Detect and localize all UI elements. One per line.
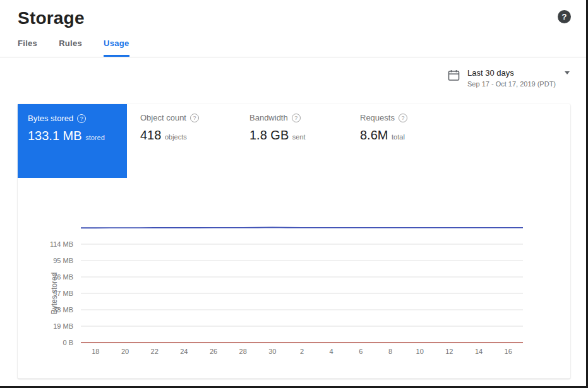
date-range-detail: Sep 17 - Oct 17, 2019 (PDT) xyxy=(467,80,570,88)
chart-line xyxy=(81,227,523,228)
metric-unit: stored xyxy=(85,134,105,141)
metric-value: 418 xyxy=(140,128,161,142)
help-outline-icon[interactable]: ? xyxy=(292,114,301,122)
x-tick-label: 22 xyxy=(151,348,159,355)
dropdown-caret-icon[interactable] xyxy=(565,71,570,74)
x-tick-label: 20 xyxy=(121,348,129,355)
storage-page: Storage ? Files Rules Usage Last 30 days… xyxy=(0,0,588,388)
x-tick-label: 2 xyxy=(300,348,304,355)
y-tick-label: 114 MB xyxy=(50,240,73,248)
x-tick-label: 12 xyxy=(445,348,453,355)
metric-card-bytes-stored[interactable]: Bytes stored ? 133.1 MB stored xyxy=(18,104,127,178)
x-tick-label: 28 xyxy=(239,348,247,355)
x-tick-label: 6 xyxy=(359,348,363,355)
metric-value: 133.1 MB xyxy=(28,129,82,143)
y-tick-label: 0 B xyxy=(63,339,73,346)
y-tick-label: 19 MB xyxy=(53,322,73,330)
metric-unit: sent xyxy=(292,133,306,141)
metric-title: Bandwidth xyxy=(249,113,288,122)
metric-value: 8.6M xyxy=(360,128,388,142)
tab-files[interactable]: Files xyxy=(18,38,37,57)
metric-title: Object count xyxy=(140,113,186,122)
x-tick-label: 14 xyxy=(475,348,483,355)
x-tick-label: 26 xyxy=(210,348,217,355)
y-tick-label: 95 MB xyxy=(53,257,73,264)
usage-chart: 0 B19 MB38 MB57 MB76 MB95 MB114 MB182022… xyxy=(18,211,570,363)
help-outline-icon[interactable]: ? xyxy=(77,114,86,123)
page-header: Storage ? xyxy=(0,0,586,28)
page-title: Storage xyxy=(18,8,85,28)
help-icon[interactable]: ? xyxy=(558,10,571,23)
tab-bar: Files Rules Usage xyxy=(0,28,586,57)
metric-unit: objects xyxy=(165,133,187,141)
calendar-icon xyxy=(448,69,460,81)
usage-panel: Bytes stored ? 133.1 MB stored Object co… xyxy=(18,104,570,379)
metric-card-bandwidth[interactable]: Bandwidth ? 1.8 GB sent xyxy=(249,113,306,143)
x-tick-label: 24 xyxy=(180,348,188,355)
date-range-label: Last 30 days xyxy=(467,68,514,78)
date-range-text: Last 30 days Sep 17 - Oct 17, 2019 (PDT) xyxy=(467,68,570,88)
metric-card-object-count[interactable]: Object count ? 418 objects xyxy=(140,113,199,143)
tab-usage[interactable]: Usage xyxy=(104,38,129,57)
x-tick-label: 16 xyxy=(505,348,512,355)
metric-title: Bytes stored xyxy=(28,114,73,123)
metric-card-requests[interactable]: Requests ? 8.6M total xyxy=(360,113,407,143)
x-tick-label: 30 xyxy=(268,348,276,355)
x-tick-label: 18 xyxy=(92,348,99,355)
help-outline-icon[interactable]: ? xyxy=(399,114,407,122)
y-axis-label: Bytes stored xyxy=(50,273,59,315)
tab-rules[interactable]: Rules xyxy=(59,38,82,57)
help-outline-icon[interactable]: ? xyxy=(190,114,199,122)
x-tick-label: 8 xyxy=(388,348,392,355)
metric-title: Requests xyxy=(360,113,395,122)
x-tick-label: 10 xyxy=(416,348,424,355)
date-range-selector[interactable]: Last 30 days Sep 17 - Oct 17, 2019 (PDT) xyxy=(448,68,570,88)
metric-unit: total xyxy=(392,133,405,141)
x-tick-label: 4 xyxy=(330,348,333,355)
metric-value: 1.8 GB xyxy=(249,128,289,142)
